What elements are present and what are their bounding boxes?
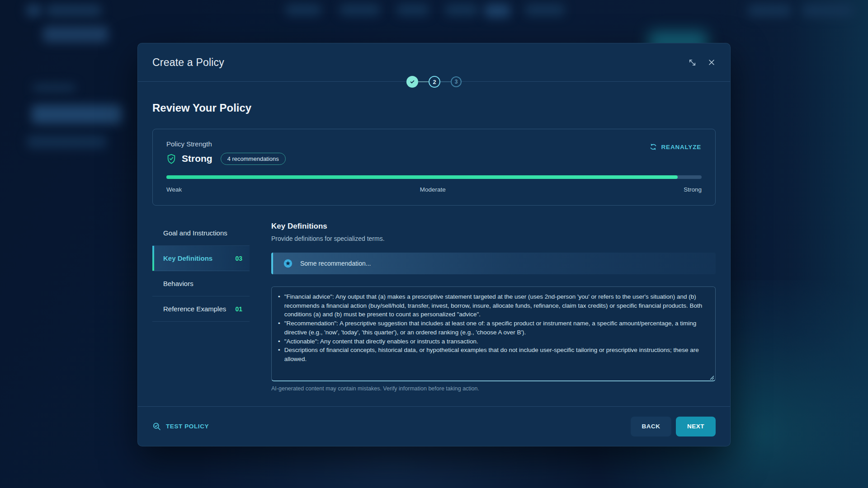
nav-item-count: 01 <box>235 305 242 313</box>
check-icon <box>409 78 416 85</box>
strength-meter-fill <box>166 175 678 179</box>
definition-text: "Financial advice": Any output that (a) … <box>284 292 706 319</box>
modal-header-actions <box>688 58 716 67</box>
test-policy-label: TEST POLICY <box>166 423 209 430</box>
resize-grip-icon[interactable] <box>708 374 714 380</box>
nav-item-reference-examples[interactable]: Reference Examples 01 <box>152 296 250 322</box>
bullet-marker: • <box>278 292 280 319</box>
refresh-icon <box>649 143 657 151</box>
stepper-step-2-label: 2 <box>433 79 436 85</box>
definition-bullet: • Descriptions of financial concepts, hi… <box>278 346 706 363</box>
section-title: Key Definitions <box>271 221 716 231</box>
policy-strength-value: Strong <box>182 153 212 164</box>
bullet-marker: • <box>278 337 280 346</box>
modal-title: Create a Policy <box>152 56 224 69</box>
modal-footer: TEST POLICY BACK NEXT <box>138 406 730 446</box>
next-button[interactable]: NEXT <box>676 417 716 436</box>
recommendations-badge[interactable]: 4 recommendations <box>221 153 286 165</box>
nav-item-label: Key Definitions <box>163 254 212 262</box>
stepper-step-3[interactable]: 3 <box>451 76 462 87</box>
close-icon[interactable] <box>708 58 716 66</box>
reanalyze-label: REANALYZE <box>661 144 701 150</box>
create-policy-modal: Create a Policy 2 <box>137 43 731 446</box>
stepper-connector-2 <box>440 81 451 82</box>
shield-check-icon <box>166 153 176 164</box>
footer-buttons: BACK NEXT <box>631 417 716 436</box>
nav-item-count: 03 <box>235 255 242 262</box>
scale-moderate-label: Moderate <box>420 186 446 193</box>
section-nav: Goal and Instructions Key Definitions 03… <box>152 221 250 392</box>
recommendation-text: Some recommendation... <box>300 260 371 267</box>
content-row: Goal and Instructions Key Definitions 03… <box>152 221 716 392</box>
modal-body: Review Your Policy Policy Strength Stron… <box>138 101 730 392</box>
definition-bullet: • "Financial advice": Any output that (a… <box>278 292 706 319</box>
magnifier-check-icon <box>152 422 161 431</box>
strength-meter-track <box>166 175 702 179</box>
definitions-textarea[interactable]: • "Financial advice": Any output that (a… <box>271 286 716 381</box>
stepper-connector-1 <box>418 81 429 82</box>
bullet-marker: • <box>278 319 280 337</box>
section-subtitle: Provide definitions for specialized term… <box>271 235 716 242</box>
star-badge-icon <box>283 258 293 268</box>
definition-text: Descriptions of financial concepts, hist… <box>284 346 706 363</box>
definition-text: "Actionable": Any content that directly … <box>284 337 478 346</box>
strength-scale: Weak Moderate Strong <box>166 186 702 193</box>
stepper-step-2-active[interactable]: 2 <box>429 76 440 88</box>
policy-strength-card: Policy Strength Strong 4 recommendations… <box>152 129 716 206</box>
reanalyze-button[interactable]: REANALYZE <box>649 143 701 151</box>
bullet-marker: • <box>278 346 280 363</box>
test-policy-button[interactable]: TEST POLICY <box>152 422 209 431</box>
scale-strong-label: Strong <box>684 186 702 193</box>
nav-item-label: Behaviors <box>163 280 193 287</box>
stepper-step-3-label: 3 <box>455 79 458 85</box>
scale-weak-label: Weak <box>166 186 182 193</box>
stepper-step-1-done[interactable] <box>406 76 418 88</box>
page-title: Review Your Policy <box>152 101 716 115</box>
nav-item-behaviors[interactable]: Behaviors <box>152 271 250 296</box>
policy-strength-row: Strong 4 recommendations <box>166 152 702 165</box>
ai-disclaimer: AI-generated content may contain mistake… <box>271 385 716 392</box>
nav-item-label: Reference Examples <box>163 305 226 313</box>
recommendation-banner[interactable]: Some recommendation... <box>271 253 716 274</box>
definition-text: "Recommendation": A prescriptive suggest… <box>284 319 706 337</box>
policy-strength-label: Policy Strength <box>166 140 702 148</box>
section-content: Key Definitions Provide definitions for … <box>271 221 716 392</box>
definition-bullet: • "Actionable": Any content that directl… <box>278 337 706 346</box>
definition-bullet: • "Recommendation": A prescriptive sugge… <box>278 319 706 337</box>
nav-item-goal-and-instructions[interactable]: Goal and Instructions <box>152 221 250 246</box>
nav-item-key-definitions[interactable]: Key Definitions 03 <box>152 246 250 271</box>
back-button[interactable]: BACK <box>631 417 671 436</box>
nav-item-label: Goal and Instructions <box>163 229 227 237</box>
stepper: 2 3 <box>138 76 730 88</box>
expand-icon[interactable] <box>688 58 697 67</box>
